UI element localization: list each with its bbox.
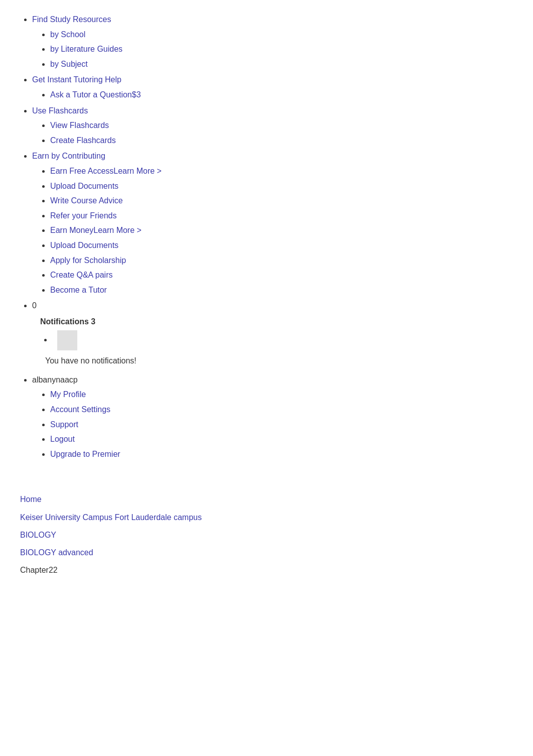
account-settings-link[interactable]: Account Settings	[50, 405, 110, 414]
refer-friends-link[interactable]: Refer your Friends	[50, 211, 117, 220]
username-item: albanynaacp My Profile Account Settings …	[32, 373, 513, 461]
become-tutor-item: Become a Tutor	[50, 284, 513, 297]
by-school-link[interactable]: by School	[50, 30, 85, 39]
instant-tutoring-item: Get Instant Tutoring Help Ask a Tutor a …	[32, 73, 513, 101]
find-study-resources-link[interactable]: Find Study Resources	[32, 15, 111, 24]
breadcrumb-university[interactable]: Keiser University Campus Fort Lauderdale…	[20, 509, 513, 526]
upload-documents-1-item: Upload Documents	[50, 180, 513, 193]
by-subject-item: by Subject	[50, 58, 513, 71]
user-menu: albanynaacp My Profile Account Settings …	[20, 373, 513, 461]
write-course-advice-item: Write Course Advice	[50, 194, 513, 207]
upgrade-link[interactable]: Upgrade to Premier	[50, 450, 120, 458]
ask-tutor-link[interactable]: Ask a Tutor a Question$3	[50, 90, 141, 99]
find-study-resources-item: Find Study Resources by School by Litera…	[32, 13, 513, 70]
notifications-list	[40, 330, 513, 350]
create-flashcards-item: Create Flashcards	[50, 134, 513, 147]
tutoring-submenu: Ask a Tutor a Question$3	[32, 88, 513, 101]
notifications-section: Notifications 3 You have no notification…	[40, 317, 513, 365]
learn-more-1-link[interactable]: Learn More >	[113, 167, 162, 175]
logout-item: Logout	[50, 433, 513, 446]
upgrade-item: Upgrade to Premier	[50, 448, 513, 461]
create-qa-link[interactable]: Create Q&A pairs	[50, 271, 113, 279]
breadcrumb-home[interactable]: Home	[20, 490, 513, 508]
earn-money-text: Earn Money	[50, 226, 93, 234]
apply-scholarship-link[interactable]: Apply for Scholarship	[50, 256, 126, 265]
earn-free-access-text: Earn Free Access	[50, 167, 113, 175]
by-literature-link[interactable]: by Literature Guides	[50, 45, 122, 53]
main-navigation: Find Study Resources by School by Litera…	[20, 13, 513, 312]
instant-tutoring-link[interactable]: Get Instant Tutoring Help	[32, 75, 121, 84]
zero-label: 0	[32, 301, 37, 310]
use-flashcards-item: Use Flashcards View Flashcards Create Fl…	[32, 104, 513, 147]
account-settings-item: Account Settings	[50, 403, 513, 416]
earn-submenu: Earn Free AccessLearn More > Upload Docu…	[32, 165, 513, 296]
username-label: albanynaacp	[32, 375, 78, 384]
my-profile-item: My Profile	[50, 388, 513, 401]
support-item: Support	[50, 418, 513, 431]
find-study-submenu: by School by Literature Guides by Subjec…	[32, 28, 513, 71]
breadcrumb-biology-advanced[interactable]: BIOLOGY advanced	[20, 544, 513, 561]
by-subject-link[interactable]: by Subject	[50, 60, 88, 68]
earn-contributing-item: Earn by Contributing Earn Free AccessLea…	[32, 150, 513, 296]
breadcrumb-chapter: Chapter22	[20, 561, 513, 579]
earn-contributing-link[interactable]: Earn by Contributing	[32, 152, 105, 160]
apply-scholarship-item: Apply for Scholarship	[50, 254, 513, 267]
upload-documents-1-link[interactable]: Upload Documents	[50, 182, 118, 190]
become-tutor-link[interactable]: Become a Tutor	[50, 286, 107, 294]
zero-item: 0	[32, 299, 513, 312]
upload-documents-2-item: Upload Documents	[50, 239, 513, 252]
view-flashcards-item: View Flashcards	[50, 119, 513, 132]
earn-money-item: Earn MoneyLearn More >	[50, 224, 513, 237]
breadcrumb-biology[interactable]: BIOLOGY	[20, 526, 513, 544]
create-qa-item: Create Q&A pairs	[50, 269, 513, 282]
notification-box	[57, 330, 77, 350]
notification-box-item	[52, 330, 513, 350]
create-flashcards-link[interactable]: Create Flashcards	[50, 136, 116, 145]
ask-tutor-item: Ask a Tutor a Question$3	[50, 88, 513, 101]
earn-free-access-item: Earn Free AccessLearn More >	[50, 165, 513, 178]
no-notifications-text: You have no notifications!	[45, 356, 513, 365]
write-course-advice-link[interactable]: Write Course Advice	[50, 196, 123, 205]
flashcards-submenu: View Flashcards Create Flashcards	[32, 119, 513, 147]
support-link[interactable]: Support	[50, 420, 78, 429]
use-flashcards-link[interactable]: Use Flashcards	[32, 106, 88, 115]
refer-friends-item: Refer your Friends	[50, 209, 513, 222]
logout-link[interactable]: Logout	[50, 435, 75, 443]
by-literature-item: by Literature Guides	[50, 43, 513, 56]
my-profile-link[interactable]: My Profile	[50, 390, 86, 399]
learn-more-2-link[interactable]: Learn More >	[93, 226, 142, 234]
user-submenu: My Profile Account Settings Support Logo…	[32, 388, 513, 460]
notifications-title: Notifications 3	[40, 317, 513, 326]
breadcrumb-section: Home Keiser University Campus Fort Laude…	[20, 490, 513, 579]
by-school-item: by School	[50, 28, 513, 41]
view-flashcards-link[interactable]: View Flashcards	[50, 121, 109, 130]
upload-documents-2-link[interactable]: Upload Documents	[50, 241, 118, 249]
